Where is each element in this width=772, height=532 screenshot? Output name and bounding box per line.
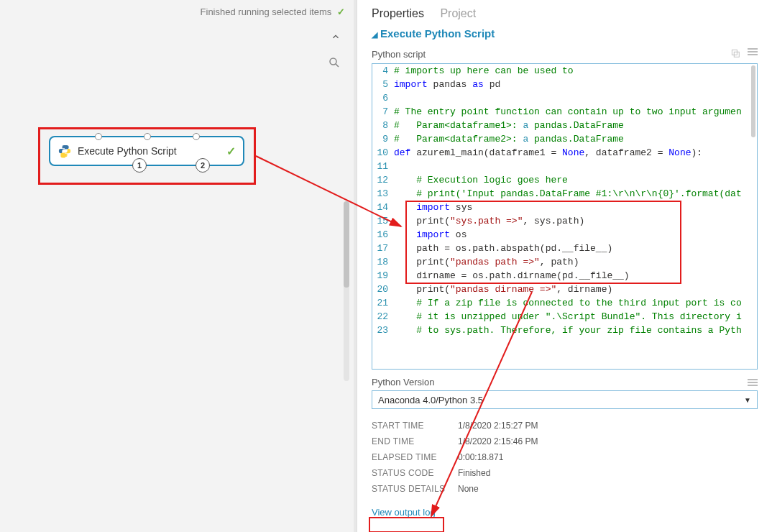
svg-point-0 [330, 58, 336, 65]
input-port-2[interactable] [144, 133, 151, 140]
menu-icon[interactable] [748, 379, 758, 386]
output-port-1[interactable]: 1 [132, 158, 147, 173]
popout-icon[interactable] [730, 48, 740, 60]
editor-scrollbar[interactable] [751, 65, 755, 137]
caret-down-icon: ◢ [372, 30, 377, 40]
python-version-value: Anaconda 4.0/Python 3.5 [378, 395, 483, 405]
run-metadata: START TIME1/8/2020 2:15:27 PM END TIME1/… [357, 409, 772, 497]
svg-rect-2 [732, 50, 737, 55]
elapsed-time-label: ELAPSED TIME [372, 452, 458, 462]
svg-line-1 [336, 64, 339, 67]
module-node-title: Execute Python Script [78, 145, 226, 157]
canvas-scrollbar[interactable] [344, 201, 349, 381]
python-icon [58, 144, 72, 158]
python-version-select[interactable]: Anaconda 4.0/Python 3.5 ▼ [372, 390, 758, 409]
check-icon: ✓ [226, 145, 236, 158]
view-output-log-link[interactable]: View output log [372, 507, 436, 518]
python-script-editor[interactable]: 4# imports up here can be used to 5impor… [372, 63, 758, 370]
check-icon: ✓ [337, 6, 345, 17]
python-version-label: Python Version [372, 377, 434, 387]
tabs: Properties Project [357, 0, 772, 24]
python-script-label: Python script [372, 49, 426, 60]
tab-properties[interactable]: Properties [372, 7, 424, 19]
module-node-execute-python[interactable]: Execute Python Script ✓ 1 2 [49, 136, 244, 166]
input-port-1[interactable] [95, 133, 102, 140]
section-header[interactable]: ◢Execute Python Script [357, 24, 772, 47]
start-time-value: 1/8/2020 2:15:27 PM [458, 421, 538, 431]
svg-rect-3 [734, 52, 739, 57]
search-icon[interactable] [328, 56, 341, 69]
input-port-3[interactable] [193, 133, 200, 140]
run-status-text: Finished running selected items [201, 6, 332, 17]
status-details-label: STATUS DETAILS [372, 484, 458, 494]
output-port-2[interactable]: 2 [196, 158, 210, 173]
status-details-value: None [458, 484, 479, 494]
end-time-value: 1/8/2020 2:15:46 PM [458, 436, 538, 446]
section-title: Execute Python Script [380, 27, 495, 40]
start-time-label: START TIME [372, 421, 458, 431]
end-time-label: END TIME [372, 436, 458, 446]
tab-project[interactable]: Project [440, 7, 476, 19]
elapsed-time-value: 0:00:18.871 [458, 452, 503, 462]
run-status: Finished running selected items ✓ [0, 6, 345, 17]
experiment-canvas[interactable]: Finished running selected items ✓ Execut… [0, 0, 354, 532]
status-code-label: STATUS CODE [372, 468, 458, 478]
chevron-down-icon: ▼ [744, 396, 751, 404]
properties-pane: Properties Project ◢Execute Python Scrip… [357, 0, 772, 532]
status-code-value: Finished [458, 468, 490, 478]
canvas-scrollbar-thumb[interactable] [344, 201, 349, 288]
menu-icon[interactable] [748, 48, 758, 60]
collapse-chevron-icon[interactable] [331, 32, 341, 42]
